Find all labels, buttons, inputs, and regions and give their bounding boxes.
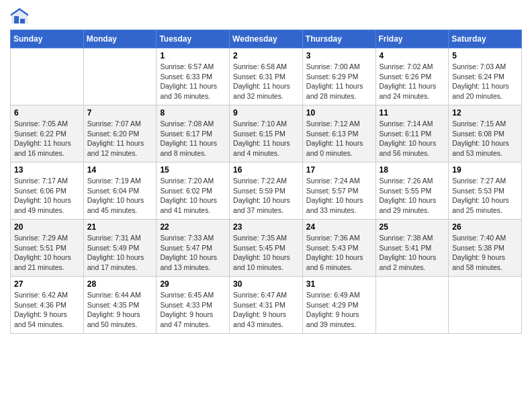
day-number: 20 [14,222,80,232]
day-number: 1 [160,51,226,60]
col-header-tuesday: Tuesday [157,30,230,48]
day-info: Sunrise: 7:17 AM Sunset: 6:06 PM Dayligh… [14,176,80,216]
day-number: 12 [452,108,518,118]
calendar-cell: 6Sunrise: 7:05 AM Sunset: 6:22 PM Daylig… [11,105,84,163]
day-info: Sunrise: 6:47 AM Sunset: 4:31 PM Dayligh… [233,290,299,330]
day-number: 9 [233,108,299,118]
col-header-thursday: Thursday [302,30,375,48]
calendar-cell: 24Sunrise: 7:36 AM Sunset: 5:43 PM Dayli… [302,220,375,277]
day-number: 26 [452,222,518,232]
svg-rect-3 [20,19,25,24]
day-info: Sunrise: 7:38 AM Sunset: 5:41 PM Dayligh… [380,233,445,273]
calendar-table: SundayMondayTuesdayWednesdayThursdayFrid… [10,30,522,334]
day-number: 25 [380,222,445,232]
day-number: 18 [380,165,445,175]
week-row-1: 1Sunrise: 6:57 AM Sunset: 6:33 PM Daylig… [11,48,522,105]
calendar-cell: 25Sunrise: 7:38 AM Sunset: 5:41 PM Dayli… [375,220,449,277]
day-number: 17 [306,165,372,175]
day-number: 14 [87,165,153,175]
col-header-saturday: Saturday [449,30,522,48]
day-info: Sunrise: 7:15 AM Sunset: 6:08 PM Dayligh… [452,119,518,158]
calendar-cell: 21Sunrise: 7:31 AM Sunset: 5:49 PM Dayli… [83,220,157,277]
calendar-cell: 20Sunrise: 7:29 AM Sunset: 5:51 PM Dayli… [11,220,84,277]
day-number: 16 [233,165,299,175]
header [10,7,522,26]
calendar-cell: 9Sunrise: 7:10 AM Sunset: 6:15 PM Daylig… [230,105,303,163]
day-info: Sunrise: 7:05 AM Sunset: 6:22 PM Dayligh… [14,119,80,158]
day-info: Sunrise: 6:45 AM Sunset: 4:33 PM Dayligh… [160,290,226,330]
week-row-2: 6Sunrise: 7:05 AM Sunset: 6:22 PM Daylig… [11,105,522,163]
day-number: 2 [233,51,299,60]
day-info: Sunrise: 7:12 AM Sunset: 6:13 PM Dayligh… [306,119,372,158]
day-number: 28 [87,279,153,289]
day-info: Sunrise: 7:26 AM Sunset: 5:55 PM Dayligh… [380,176,445,216]
day-info: Sunrise: 6:57 AM Sunset: 6:33 PM Dayligh… [160,62,226,101]
day-number: 5 [452,51,518,60]
calendar-cell: 2Sunrise: 6:58 AM Sunset: 6:31 PM Daylig… [230,48,303,105]
day-info: Sunrise: 7:29 AM Sunset: 5:51 PM Dayligh… [14,233,80,273]
col-header-monday: Monday [83,30,157,48]
day-number: 30 [233,279,299,289]
week-row-3: 13Sunrise: 7:17 AM Sunset: 6:06 PM Dayli… [11,163,522,220]
week-row-4: 20Sunrise: 7:29 AM Sunset: 5:51 PM Dayli… [11,220,522,277]
svg-marker-0 [11,9,28,24]
day-number: 13 [14,165,80,175]
day-number: 24 [306,222,372,232]
day-number: 23 [233,222,299,232]
calendar-cell: 18Sunrise: 7:26 AM Sunset: 5:55 PM Dayli… [375,163,449,220]
day-info: Sunrise: 7:07 AM Sunset: 6:20 PM Dayligh… [87,119,153,158]
calendar-cell: 11Sunrise: 7:14 AM Sunset: 6:11 PM Dayli… [375,105,449,163]
day-info: Sunrise: 7:20 AM Sunset: 6:02 PM Dayligh… [160,176,226,216]
calendar-cell: 1Sunrise: 6:57 AM Sunset: 6:33 PM Daylig… [157,48,230,105]
calendar-cell: 8Sunrise: 7:08 AM Sunset: 6:17 PM Daylig… [157,105,230,163]
day-number: 8 [160,108,226,118]
day-info: Sunrise: 6:44 AM Sunset: 4:35 PM Dayligh… [87,290,153,330]
svg-rect-2 [14,16,19,24]
day-info: Sunrise: 7:00 AM Sunset: 6:29 PM Dayligh… [306,62,372,101]
day-number: 27 [14,279,80,289]
day-info: Sunrise: 6:49 AM Sunset: 4:29 PM Dayligh… [306,290,372,330]
calendar-cell: 3Sunrise: 7:00 AM Sunset: 6:29 PM Daylig… [302,48,375,105]
calendar-cell: 23Sunrise: 7:35 AM Sunset: 5:45 PM Dayli… [230,220,303,277]
logo [10,7,32,26]
col-header-friday: Friday [375,30,449,48]
calendar-cell [83,48,157,105]
day-number: 21 [87,222,153,232]
day-info: Sunrise: 7:24 AM Sunset: 5:57 PM Dayligh… [306,176,372,216]
calendar-cell: 16Sunrise: 7:22 AM Sunset: 5:59 PM Dayli… [230,163,303,220]
header-row: SundayMondayTuesdayWednesdayThursdayFrid… [11,30,522,48]
day-info: Sunrise: 7:19 AM Sunset: 6:04 PM Dayligh… [87,176,153,216]
day-number: 29 [160,279,226,289]
day-number: 22 [160,222,226,232]
day-info: Sunrise: 7:22 AM Sunset: 5:59 PM Dayligh… [233,176,299,216]
col-header-wednesday: Wednesday [230,30,303,48]
calendar-cell: 13Sunrise: 7:17 AM Sunset: 6:06 PM Dayli… [11,163,84,220]
day-number: 7 [87,108,153,118]
calendar-cell: 15Sunrise: 7:20 AM Sunset: 6:02 PM Dayli… [157,163,230,220]
calendar-cell: 31Sunrise: 6:49 AM Sunset: 4:29 PM Dayli… [302,277,375,334]
week-row-5: 27Sunrise: 6:42 AM Sunset: 4:36 PM Dayli… [11,277,522,334]
calendar-cell: 5Sunrise: 7:03 AM Sunset: 6:24 PM Daylig… [449,48,522,105]
calendar-cell: 17Sunrise: 7:24 AM Sunset: 5:57 PM Dayli… [302,163,375,220]
calendar-cell: 27Sunrise: 6:42 AM Sunset: 4:36 PM Dayli… [11,277,84,334]
day-number: 15 [160,165,226,175]
calendar-cell: 28Sunrise: 6:44 AM Sunset: 4:35 PM Dayli… [83,277,157,334]
page: SundayMondayTuesdayWednesdayThursdayFrid… [0,0,532,340]
calendar-cell: 12Sunrise: 7:15 AM Sunset: 6:08 PM Dayli… [449,105,522,163]
day-info: Sunrise: 6:58 AM Sunset: 6:31 PM Dayligh… [233,62,299,101]
calendar-cell: 4Sunrise: 7:02 AM Sunset: 6:26 PM Daylig… [375,48,449,105]
day-info: Sunrise: 7:10 AM Sunset: 6:15 PM Dayligh… [233,119,299,158]
day-info: Sunrise: 7:14 AM Sunset: 6:11 PM Dayligh… [380,119,445,158]
day-info: Sunrise: 7:31 AM Sunset: 5:49 PM Dayligh… [87,233,153,273]
day-number: 10 [306,108,372,118]
calendar-cell: 22Sunrise: 7:33 AM Sunset: 5:47 PM Dayli… [157,220,230,277]
day-number: 4 [380,51,445,60]
day-info: Sunrise: 7:35 AM Sunset: 5:45 PM Dayligh… [233,233,299,273]
calendar-cell: 30Sunrise: 6:47 AM Sunset: 4:31 PM Dayli… [230,277,303,334]
day-number: 19 [452,165,518,175]
calendar-cell: 19Sunrise: 7:27 AM Sunset: 5:53 PM Dayli… [449,163,522,220]
calendar-cell: 26Sunrise: 7:40 AM Sunset: 5:38 PM Dayli… [449,220,522,277]
calendar-cell: 10Sunrise: 7:12 AM Sunset: 6:13 PM Dayli… [302,105,375,163]
day-number: 6 [14,108,80,118]
day-number: 11 [380,108,445,118]
